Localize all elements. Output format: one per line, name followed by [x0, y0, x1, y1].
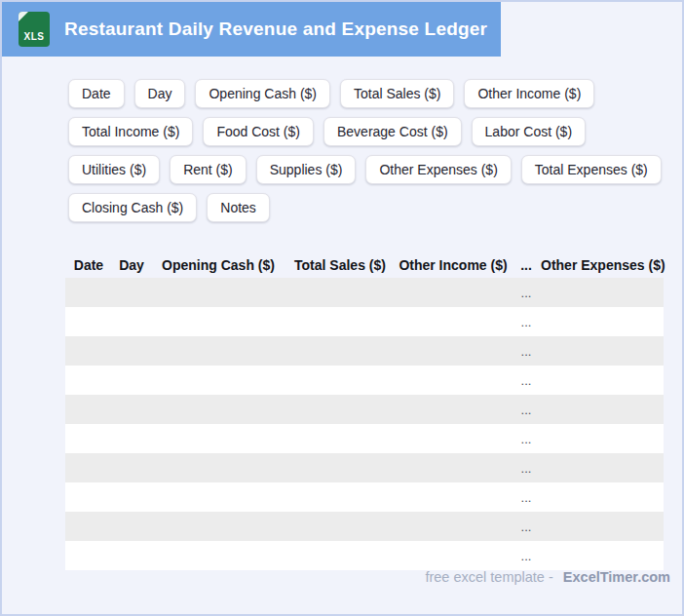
table-row: ...	[65, 453, 664, 482]
column-chip-list: DateDayOpening Cash ($)Total Sales ($)Ot…	[68, 79, 674, 222]
table-header-cell: Total Sales ($)	[285, 257, 395, 273]
page-title: Restaurant Daily Revenue and Expense Led…	[64, 19, 487, 40]
table-cell: ...	[512, 549, 541, 563]
column-chip[interactable]: Date	[68, 79, 125, 108]
header-bar: XLS Restaurant Daily Revenue and Expense…	[2, 2, 501, 57]
table-row: ...	[65, 336, 664, 366]
table-cell: ...	[512, 490, 541, 505]
column-chip[interactable]: Beverage Cost ($)	[323, 117, 462, 146]
table-header-cell: Other Expenses ($)	[541, 257, 665, 273]
column-chip[interactable]: Rent ($)	[170, 155, 247, 184]
table-cell: ...	[512, 403, 541, 417]
table-header-row: DateDayOpening Cash ($)Total Sales ($)Ot…	[65, 251, 664, 278]
footer: free excel template - ExcelTimer.com	[425, 569, 670, 585]
table-cell: ...	[512, 461, 541, 476]
xls-icon-label: XLS	[19, 31, 50, 42]
table-body: ..............................	[65, 278, 664, 570]
table-cell: ...	[512, 344, 541, 359]
table-header-cell: ...	[512, 257, 541, 273]
table-cell: ...	[512, 286, 541, 300]
column-chip[interactable]: Other Income ($)	[464, 79, 594, 108]
table-header-cell: Date	[65, 257, 112, 273]
table-cell: ...	[512, 520, 541, 534]
column-chip[interactable]: Total Income ($)	[68, 117, 193, 146]
table-cell: ...	[512, 373, 541, 388]
column-chip[interactable]: Opening Cash ($)	[195, 79, 330, 108]
column-chip[interactable]: Food Cost ($)	[203, 117, 314, 146]
table-row: ...	[65, 424, 664, 453]
ledger-table: DateDayOpening Cash ($)Total Sales ($)Ot…	[65, 251, 664, 570]
footer-credit-text: free excel template -	[425, 569, 552, 585]
template-preview-page: XLS Restaurant Daily Revenue and Expense…	[0, 0, 684, 616]
column-chip[interactable]: Labor Cost ($)	[472, 117, 586, 146]
table-cell: ...	[512, 315, 541, 329]
column-chip[interactable]: Total Expenses ($)	[521, 155, 662, 184]
brand-link[interactable]: ExcelTimer.com	[563, 569, 670, 585]
table-row: ...	[65, 482, 664, 512]
column-chip[interactable]: Day	[134, 79, 186, 108]
xls-file-icon: XLS	[19, 12, 50, 47]
column-chip[interactable]: Supplies ($)	[256, 155, 357, 184]
column-chip[interactable]: Notes	[207, 193, 270, 222]
column-chip[interactable]: Utilities ($)	[68, 155, 160, 184]
table-row: ...	[65, 541, 664, 570]
table-row: ...	[65, 307, 664, 336]
column-chip[interactable]: Total Sales ($)	[340, 79, 454, 108]
table-row: ...	[65, 512, 664, 541]
table-cell: ...	[512, 432, 541, 446]
table-row: ...	[65, 278, 664, 307]
table-header-cell: Day	[112, 257, 151, 273]
column-chip[interactable]: Other Expenses ($)	[365, 155, 511, 184]
column-chip[interactable]: Closing Cash ($)	[68, 193, 197, 222]
table-row: ...	[65, 366, 664, 395]
table-header-cell: Opening Cash ($)	[151, 257, 285, 273]
table-header-cell: Other Income ($)	[395, 257, 512, 273]
table-row: ...	[65, 395, 664, 424]
